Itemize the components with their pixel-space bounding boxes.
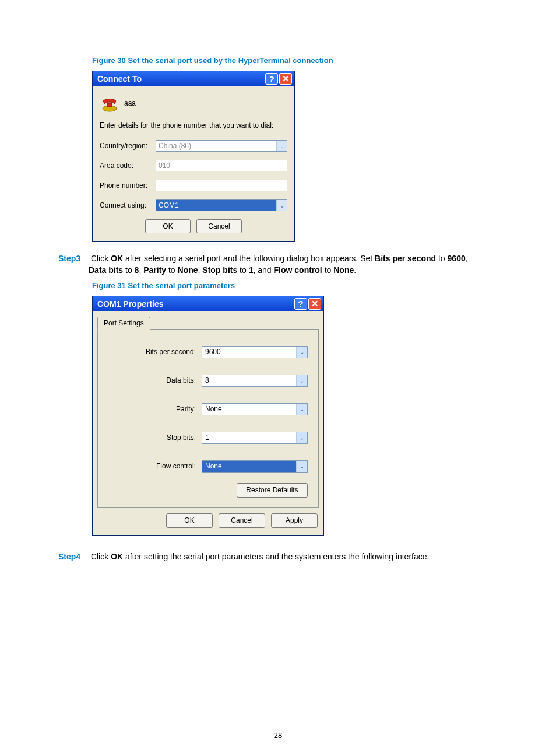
dialog-title: Connect To: [97, 74, 264, 83]
connect-using-combo[interactable]: COM1 ⌄: [156, 200, 287, 211]
restore-defaults-button[interactable]: Restore Defaults: [237, 483, 308, 498]
parity-label: Parity:: [108, 405, 202, 413]
databits-label: Data bits:: [108, 376, 202, 384]
chevron-down-icon[interactable]: ⌄: [296, 432, 307, 443]
tab-panel: Bits per second: 9600 ⌄ Data bits: 8 ⌄ P…: [97, 329, 319, 508]
figure30-caption: Figure 30 Set the serial port used by th…: [92, 56, 498, 65]
parity-combo[interactable]: None ⌄: [202, 403, 308, 415]
help-button[interactable]: ?: [265, 73, 278, 85]
flowcontrol-label: Flow control:: [108, 462, 202, 470]
bps-value: 9600: [202, 346, 296, 358]
page-number: 28: [0, 731, 556, 740]
country-value: China (86): [156, 141, 276, 151]
connection-name: aaa: [124, 99, 136, 107]
titlebar: Connect To ? ✕: [93, 71, 294, 86]
databits-combo[interactable]: 8 ⌄: [202, 374, 308, 387]
chevron-down-icon[interactable]: ⌄: [296, 346, 307, 358]
bps-combo[interactable]: 9600 ⌄: [202, 346, 308, 358]
flowcontrol-combo[interactable]: None ⌄: [202, 460, 308, 473]
connect-to-dialog: Connect To ? ✕ aaa Enter details for the…: [92, 71, 295, 242]
help-button[interactable]: ?: [294, 298, 307, 310]
dialog-prompt: Enter details for the phone number that …: [100, 121, 287, 130]
step4-text: Step4 Click OK after setting the serial …: [58, 551, 498, 562]
close-button[interactable]: ✕: [308, 298, 321, 310]
chevron-down-icon: ⌄: [276, 141, 287, 151]
area-code-input: [156, 160, 287, 172]
country-combo: China (86) ⌄: [156, 140, 287, 152]
figure31-caption: Figure 31 Set the serial port parameters: [92, 281, 498, 290]
dialog-title: COM1 Properties: [97, 299, 293, 309]
cancel-button[interactable]: Cancel: [219, 513, 265, 528]
com1-properties-dialog: COM1 Properties ? ✕ Port Settings Bits p…: [92, 296, 324, 536]
chevron-down-icon[interactable]: ⌄: [296, 404, 307, 415]
connect-using-label: Connect using:: [100, 201, 156, 209]
flowcontrol-value: None: [202, 461, 296, 472]
ok-button[interactable]: OK: [166, 513, 213, 528]
chevron-down-icon[interactable]: ⌄: [296, 461, 307, 472]
databits-value: 8: [202, 375, 296, 386]
svg-rect-1: [107, 103, 112, 107]
country-label: Country/region:: [100, 142, 156, 150]
step-label: Step3: [58, 253, 89, 264]
chevron-down-icon[interactable]: ⌄: [296, 375, 307, 386]
stopbits-combo[interactable]: 1 ⌄: [202, 432, 308, 444]
stopbits-label: Stop bits:: [108, 433, 202, 442]
connect-using-value: COM1: [156, 200, 276, 211]
chevron-down-icon[interactable]: ⌄: [276, 200, 287, 211]
phone-icon: [100, 94, 119, 112]
phone-number-input[interactable]: [156, 180, 287, 191]
close-button[interactable]: ✕: [279, 73, 292, 85]
bps-label: Bits per second:: [108, 348, 202, 356]
apply-button[interactable]: Apply: [271, 513, 318, 528]
step-label: Step4: [58, 551, 89, 562]
titlebar: COM1 Properties ? ✕: [93, 296, 323, 312]
tab-port-settings[interactable]: Port Settings: [97, 317, 150, 330]
cancel-button[interactable]: Cancel: [196, 219, 242, 233]
step3-text: Step3 Click OK after selecting a serial …: [58, 253, 498, 276]
phone-number-label: Phone number:: [100, 181, 156, 190]
area-code-label: Area code:: [100, 162, 156, 170]
stopbits-value: 1: [202, 432, 296, 443]
ok-button[interactable]: OK: [145, 219, 191, 233]
parity-value: None: [202, 404, 296, 415]
